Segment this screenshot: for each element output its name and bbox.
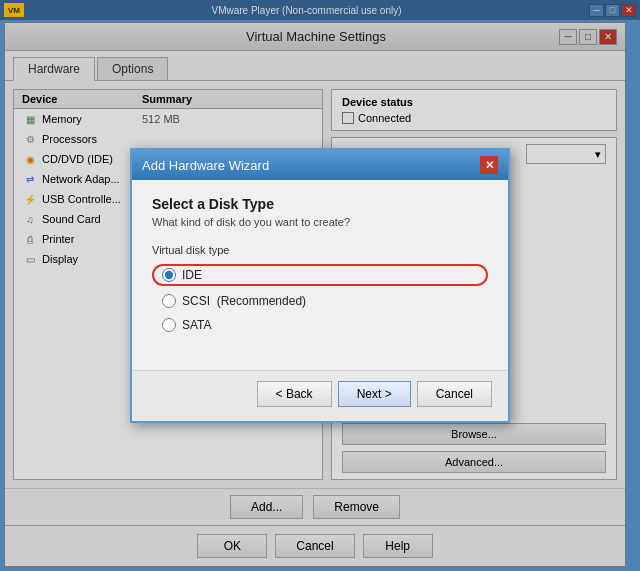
add-hardware-wizard-modal: Add Hardware Wizard ✕ Select a Disk Type…	[130, 148, 510, 423]
back-button[interactable]: < Back	[257, 381, 332, 407]
modal-footer: < Back Next > Cancel	[132, 370, 508, 421]
radio-row-scsi: SCSI (Recommended)	[152, 292, 488, 310]
modal-section-title: Select a Disk Type	[152, 196, 488, 212]
modal-group-label: Virtual disk type	[152, 244, 488, 256]
modal-close-button[interactable]: ✕	[480, 156, 498, 174]
radio-label-scsi: SCSI (Recommended)	[182, 294, 306, 308]
modal-title-bar: Add Hardware Wizard ✕	[132, 150, 508, 180]
radio-row-sata: SATA	[152, 316, 488, 334]
radio-label-ide: IDE	[182, 268, 202, 282]
modal-overlay: Add Hardware Wizard ✕ Select a Disk Type…	[0, 0, 640, 571]
radio-group-disk-type: IDE SCSI (Recommended) SATA	[152, 264, 488, 334]
modal-cancel-button[interactable]: Cancel	[417, 381, 492, 407]
radio-label-sata: SATA	[182, 318, 212, 332]
radio-row-ide: IDE	[152, 264, 488, 286]
modal-body: Select a Disk Type What kind of disk do …	[132, 180, 508, 370]
modal-title: Add Hardware Wizard	[142, 158, 269, 173]
radio-sata[interactable]	[162, 318, 176, 332]
radio-ide[interactable]	[162, 268, 176, 282]
next-button[interactable]: Next >	[338, 381, 411, 407]
modal-section-desc: What kind of disk do you want to create?	[152, 216, 488, 228]
radio-scsi[interactable]	[162, 294, 176, 308]
